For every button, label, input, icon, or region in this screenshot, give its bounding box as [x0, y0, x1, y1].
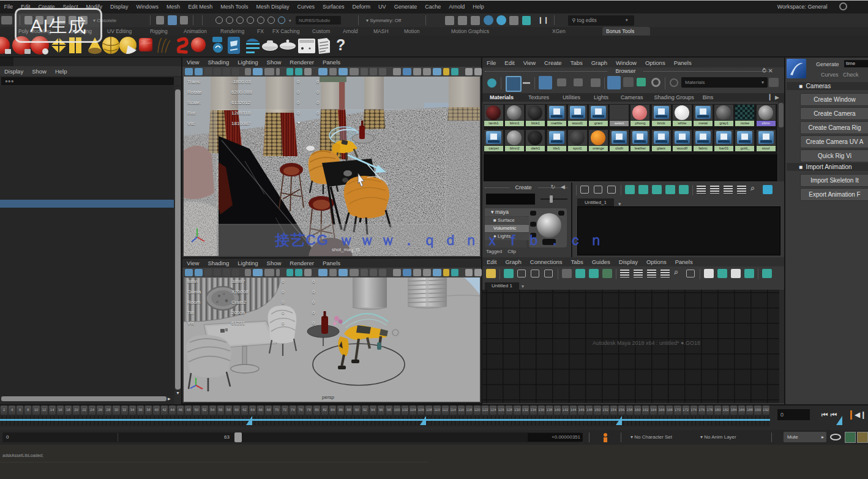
- svg-text:persp: persp: [322, 394, 335, 400]
